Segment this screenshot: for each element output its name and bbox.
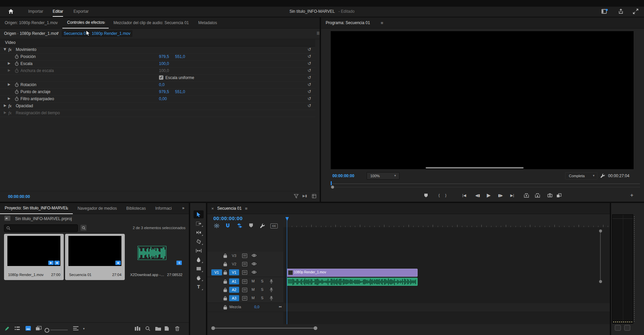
timeline-settings-icon[interactable] bbox=[260, 223, 265, 228]
timeline-horizontal-scrollbar[interactable] bbox=[211, 326, 606, 330]
timeline-vertical-scrollbar[interactable] bbox=[599, 229, 602, 283]
list-view-button[interactable] bbox=[15, 326, 20, 331]
lock-icon[interactable] bbox=[223, 305, 227, 310]
export-frame-button[interactable] bbox=[546, 192, 554, 198]
lock-icon[interactable] bbox=[223, 288, 227, 292]
automate-to-sequence-button[interactable] bbox=[135, 326, 140, 331]
expand-chevron-icon[interactable]: ▶ bbox=[7, 68, 11, 72]
solo-button[interactable] bbox=[615, 325, 621, 331]
settings-wrench-icon[interactable] bbox=[600, 173, 605, 178]
parameter-value[interactable]: 0,00 bbox=[159, 96, 167, 101]
menu-item[interactable] bbox=[20, 0, 27, 7]
track-target-button[interactable]: V1 bbox=[229, 269, 239, 275]
type-tool[interactable]: T bbox=[194, 283, 204, 291]
effect-parameter-row[interactable]: ▶ fx Reasignación del tiempo ↺ bbox=[0, 110, 315, 117]
eye-icon[interactable] bbox=[252, 270, 257, 274]
menu-item[interactable] bbox=[40, 0, 47, 7]
panel-tab[interactable]: Controles de efectos bbox=[62, 17, 109, 28]
program-playhead[interactable] bbox=[331, 181, 332, 185]
hand-tool[interactable] bbox=[194, 274, 204, 282]
track-target-button[interactable]: A1 bbox=[229, 278, 239, 284]
panel-tab[interactable]: Informaci bbox=[151, 203, 176, 214]
expand-chevron-icon[interactable]: ▶ bbox=[7, 82, 11, 86]
stopwatch-icon[interactable] bbox=[15, 82, 19, 87]
nest-toggle-icon[interactable] bbox=[214, 223, 219, 228]
reset-parameter-icon[interactable]: ↺ bbox=[308, 54, 311, 59]
reset-parameter-icon[interactable]: ↺ bbox=[308, 89, 311, 94]
solo-button[interactable]: S bbox=[261, 287, 263, 291]
project-item[interactable]: ▶▦ 1080p Render_1.mov 27:00 bbox=[4, 234, 64, 280]
sequence-tab[interactable]: Secuencia 01 bbox=[214, 203, 245, 214]
reset-parameter-icon[interactable]: ↺ bbox=[308, 47, 311, 52]
parameter-value[interactable]: 100,0 bbox=[159, 68, 169, 73]
timeline-timecode[interactable]: 00:00:00:00 bbox=[213, 215, 243, 221]
mic-icon[interactable] bbox=[270, 296, 273, 300]
add-marker-icon[interactable] bbox=[249, 223, 253, 228]
video-track-header[interactable]: V3 bbox=[207, 252, 283, 260]
reset-parameter-icon[interactable]: ↺ bbox=[308, 75, 311, 80]
parameter-value-2[interactable]: 551,0 bbox=[175, 54, 185, 59]
track-output-icon[interactable] bbox=[242, 262, 247, 266]
play-button[interactable]: ▶ bbox=[485, 192, 493, 198]
tab-overflow-icon[interactable]: » bbox=[182, 206, 184, 210]
program-zoom-scrollbar[interactable] bbox=[426, 167, 524, 169]
expand-chevron-icon[interactable]: ▶ bbox=[3, 104, 7, 107]
find-button[interactable] bbox=[145, 326, 150, 331]
delete-button[interactable] bbox=[175, 326, 179, 331]
new-item-button[interactable] bbox=[164, 326, 169, 331]
menu-item[interactable] bbox=[47, 0, 54, 7]
column-splitter[interactable]: ∥∥ bbox=[317, 31, 319, 35]
zoom-slider-track[interactable] bbox=[50, 330, 68, 330]
timeline-playhead-handle[interactable] bbox=[285, 217, 289, 221]
chevron-down-icon[interactable]: ▼ bbox=[83, 327, 85, 330]
panel-tab[interactable]: Bibliotecas bbox=[122, 203, 151, 214]
linked-selection-icon[interactable] bbox=[237, 223, 243, 228]
solo-button[interactable]: S bbox=[261, 279, 263, 283]
audio-track-header[interactable]: A1 M S bbox=[207, 277, 283, 286]
home-icon[interactable] bbox=[8, 9, 14, 14]
expand-chevron-icon[interactable]: ▶ bbox=[3, 48, 7, 51]
step-back-button[interactable]: ◀▮ bbox=[474, 192, 482, 198]
mic-icon[interactable] bbox=[270, 287, 273, 292]
tab-importar[interactable]: Importar bbox=[28, 7, 43, 16]
lock-icon[interactable] bbox=[223, 270, 227, 275]
zoom-slider-handle[interactable] bbox=[45, 328, 49, 333]
panel-tab[interactable]: Proyecto: Sin título_INFO-MARVEL bbox=[0, 203, 73, 214]
project-file-row[interactable]: Sin título_INFO-MARVEL.prproj bbox=[0, 214, 189, 224]
icon-view-button[interactable] bbox=[25, 326, 31, 331]
maximize-icon[interactable] bbox=[633, 8, 639, 14]
zoom-level-select[interactable]: 100% ▼ bbox=[367, 172, 399, 180]
video-clip[interactable]: 1080p Render_1.mov bbox=[287, 269, 418, 277]
panel-tab[interactable]: Metadatos bbox=[194, 18, 222, 28]
extract-button[interactable] bbox=[533, 192, 541, 198]
lock-icon[interactable] bbox=[223, 296, 227, 300]
panel-menu-icon[interactable]: ≡ bbox=[381, 20, 383, 25]
parameter-value[interactable]: 0,0 bbox=[159, 82, 165, 87]
solo-button[interactable] bbox=[624, 325, 630, 331]
search-in-bin-icon[interactable] bbox=[80, 225, 87, 231]
captions-icon[interactable]: CC bbox=[270, 223, 278, 228]
stopwatch-icon[interactable] bbox=[15, 89, 19, 94]
slip-tool[interactable] bbox=[194, 247, 204, 255]
add-button[interactable]: + bbox=[630, 192, 633, 198]
project-item[interactable]: ⇶ X2Download.app -… 27:08532 bbox=[126, 234, 186, 280]
program-timecode[interactable]: 00:00:00:00 bbox=[332, 174, 354, 178]
effect-parameter-row[interactable]: ▶ fx Punto de anclaje 979,5 551,0 ↺ bbox=[0, 88, 315, 96]
step-forward-button[interactable]: ▮▶ bbox=[496, 192, 504, 198]
project-item[interactable]: ▣ Secuencia 01 27:04 bbox=[65, 234, 125, 280]
effect-parameter-row[interactable]: ▶ fx Posición 979,5 551,0 ↺ bbox=[0, 53, 315, 61]
effect-parameter-row[interactable]: ▶ fx Movimiento ↺ bbox=[0, 46, 315, 54]
parameter-value-2[interactable]: 551,0 bbox=[175, 89, 185, 94]
effect-parameter-row[interactable]: ▶ fx Rotación 0,0 ↺ bbox=[0, 81, 315, 89]
panel-tab[interactable]: Navegador de medios bbox=[73, 203, 121, 214]
expand-chevron-icon[interactable]: ▶ bbox=[7, 96, 11, 100]
scrollbar-handle-left[interactable] bbox=[211, 326, 215, 330]
mute-button[interactable]: M bbox=[252, 279, 255, 283]
menu-item[interactable] bbox=[13, 0, 20, 7]
audio-clip[interactable] bbox=[287, 278, 418, 286]
video-track-header[interactable]: V2 bbox=[207, 260, 283, 269]
panel-tab[interactable]: Mezclador del clip de audio: Secuencia 0… bbox=[109, 18, 194, 28]
mark-out-button[interactable]: } bbox=[442, 192, 450, 198]
reset-parameter-icon[interactable]: ↺ bbox=[308, 96, 311, 101]
panel-menu-icon[interactable]: ≡ bbox=[103, 20, 105, 25]
